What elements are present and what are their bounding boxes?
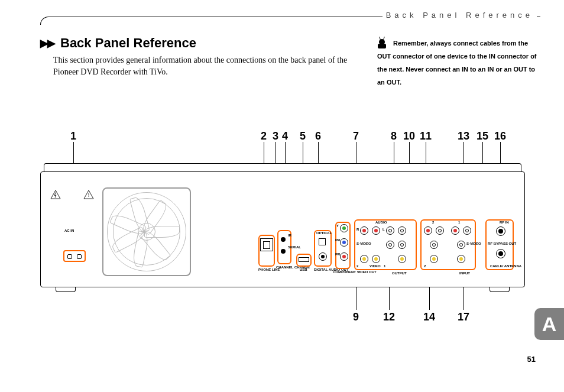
- port-out-video2: [360, 255, 368, 263]
- callout-17: 17: [458, 311, 469, 323]
- callout-13: 13: [458, 130, 469, 142]
- port-out-video1a: [372, 255, 380, 263]
- port-phone-line: [260, 238, 273, 251]
- port-in-svideo2: [430, 241, 438, 249]
- label-ir: IR: [288, 234, 291, 237]
- callout-3: 3: [273, 130, 278, 142]
- label-two-in: 2: [432, 221, 434, 224]
- callout-7: 7: [353, 130, 359, 142]
- port-in-audio-l2: [436, 226, 444, 235]
- callout-1: 1: [70, 130, 76, 142]
- label-rf-in: RF IN: [500, 221, 509, 224]
- port-serial: [281, 245, 286, 256]
- section-tab: A: [534, 308, 564, 340]
- running-head: Back Panel Reference: [383, 11, 537, 20]
- hl-digital-audio: [314, 230, 332, 267]
- port-out-audio-l1: [398, 226, 406, 235]
- label-two-in2: 2: [424, 264, 426, 268]
- callout-15: 15: [477, 130, 488, 142]
- port-digital-coax: [319, 252, 327, 261]
- chassis-foot: [56, 287, 76, 292]
- label-audio-out: AUDIO: [375, 221, 387, 224]
- callout-12: 12: [383, 311, 395, 323]
- port-out-audio-r2: [360, 226, 368, 235]
- port-out-audio-l2: [386, 226, 394, 235]
- callout-5: 5: [300, 130, 306, 142]
- label-output: OUTPUT: [392, 271, 407, 275]
- chassis-foot: [490, 287, 510, 292]
- port-in-audio-r1: [451, 226, 459, 235]
- callout-14: 14: [423, 311, 435, 323]
- callout-11: 11: [420, 130, 432, 142]
- label-cable-antenna: CABLE/ ANTENNA: [490, 264, 514, 268]
- label-svideo-in: S-VIDEO: [466, 242, 481, 245]
- callout-10: 10: [403, 130, 415, 142]
- port-out-svideo1: [398, 241, 406, 249]
- label-usb: USB: [300, 268, 307, 271]
- callout-6: 6: [315, 130, 321, 142]
- port-component-pr: [340, 252, 348, 261]
- port-component-pb: [340, 238, 348, 247]
- callout-16: 16: [494, 130, 506, 142]
- label-svideo-out: S-VIDEO: [356, 242, 371, 245]
- label-component-video-out: COMPONENT VIDEO OUT: [333, 270, 354, 274]
- callout-9: 9: [353, 311, 359, 323]
- callout-8: 8: [391, 130, 397, 142]
- port-in-svideo1: [457, 241, 465, 249]
- fan-grille: [102, 187, 191, 276]
- port-in-audio-l1: [463, 226, 471, 235]
- double-arrow-icon: ▶▶: [40, 37, 54, 50]
- label-y: Y: [336, 224, 339, 228]
- svg-text:!: !: [88, 192, 90, 198]
- label-ac-in: AC IN: [64, 229, 74, 232]
- port-ir: [281, 234, 286, 244]
- label-serial: SERIAL: [288, 245, 301, 249]
- port-ac-in: [63, 250, 86, 262]
- label-input: INPUT: [459, 271, 470, 275]
- port-in-video1: [457, 255, 465, 263]
- label-one-out: 1: [384, 264, 385, 268]
- port-in-video2: [430, 255, 438, 263]
- port-out-audio-r1: [372, 226, 380, 235]
- sidebar-note: Remember, always connect cables from the…: [377, 37, 537, 89]
- callout-2: 2: [261, 130, 267, 142]
- port-rf-bypass: [496, 249, 505, 258]
- port-rf-in: [496, 226, 505, 236]
- callout-4: 4: [282, 130, 288, 142]
- label-optical: OPTICAL: [316, 231, 332, 235]
- label-r-out: R: [356, 228, 359, 231]
- port-optical: [319, 238, 326, 245]
- port-usb: [299, 257, 309, 262]
- port-in-audio-r2: [424, 226, 432, 235]
- warning-caution-icon: !: [83, 190, 94, 202]
- label-l-out: L: [383, 228, 385, 231]
- section-title: ▶▶ Back Panel Reference: [40, 35, 196, 51]
- port-component-y: [340, 224, 348, 232]
- label-channel-change: CHANNEL CHANGE: [276, 265, 293, 269]
- warning-shock-icon: [50, 190, 61, 202]
- port-out-svideo2: [386, 241, 394, 249]
- page-number: 51: [527, 355, 536, 364]
- label-rf-bypass: RF BYPASS OUT: [488, 242, 517, 245]
- port-out-video1b: [398, 255, 406, 263]
- intro-paragraph: This section provides general informatio…: [53, 54, 349, 77]
- label-digital-audio-out: DIGITAL AUDIO OUT: [314, 268, 333, 271]
- label-two-out: 2: [356, 264, 358, 268]
- title-text: Back Panel Reference: [60, 35, 196, 51]
- chassis: ! AC IN PHONE LINE: [40, 163, 525, 287]
- label-video-out: VIDEO: [369, 264, 381, 268]
- sidebar-text: Remember, always connect cables from the…: [377, 40, 537, 86]
- tivo-icon: [377, 38, 387, 48]
- label-one-in: 1: [458, 221, 460, 224]
